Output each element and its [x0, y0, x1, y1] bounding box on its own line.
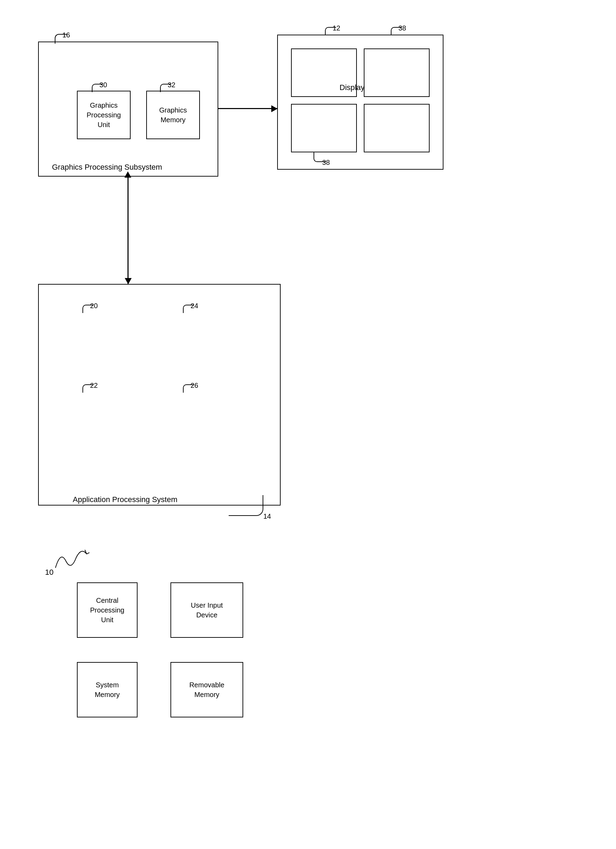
ref-32: 32	[168, 81, 175, 89]
ref-14-arc	[229, 495, 263, 516]
diagram: 16 30 GraphicsProcessingUnit 32 Graphics…	[21, 14, 592, 831]
fig-10-squiggle	[49, 544, 90, 571]
arrow-down	[127, 177, 128, 284]
graphics-memory-box: GraphicsMemory	[146, 91, 200, 139]
ref-30: 30	[100, 81, 107, 89]
uid-box: User InputDevice	[170, 582, 243, 638]
display-cell-2	[364, 48, 430, 97]
cpu-label: CentralProcessingUnit	[90, 596, 124, 625]
ref-14: 14	[263, 512, 271, 520]
gps-subsystem-label: Graphics Processing Subsystem	[52, 163, 162, 172]
display-grid	[284, 42, 437, 159]
ref-12: 12	[333, 24, 340, 32]
aps-box: CentralProcessingUnit User InputDevice S…	[38, 284, 280, 505]
ref-16: 16	[63, 31, 70, 39]
ref-38-bottom: 38	[322, 159, 330, 167]
arrow-gps-to-display	[218, 108, 277, 109]
gps-subsystem-box: 30 GraphicsProcessingUnit 32 GraphicsMem…	[38, 42, 218, 177]
ref-38-top: 38	[398, 24, 406, 32]
remmem-label: RemovableMemory	[189, 680, 224, 699]
svg-line-1	[87, 553, 89, 554]
display-cell-4	[364, 104, 430, 152]
uid-label: User InputDevice	[191, 600, 223, 620]
cpu-box: CentralProcessingUnit	[77, 582, 137, 638]
system-memory-box: SystemMemory	[77, 662, 137, 718]
fig-10-label: 10	[45, 568, 53, 577]
gpu-label: GraphicsProcessingUnit	[87, 100, 121, 130]
gmem-label: GraphicsMemory	[159, 105, 187, 125]
removable-memory-box: RemovableMemory	[170, 662, 243, 718]
sysmem-label: SystemMemory	[95, 680, 119, 699]
aps-label: Application Processing System	[73, 495, 177, 504]
gpu-box: GraphicsProcessingUnit	[77, 91, 131, 139]
display-cell-1	[291, 48, 357, 97]
display-cell-3	[291, 104, 357, 152]
